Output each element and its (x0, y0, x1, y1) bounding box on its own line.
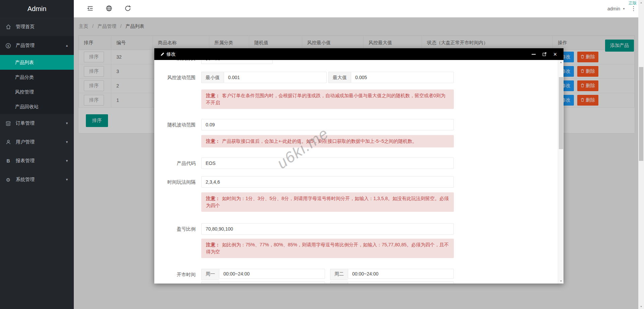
sidebar-item-product-recycle[interactable]: 产品回收站 (0, 99, 74, 114)
svg-text:$: $ (7, 44, 9, 48)
sidebar-item-label: 管理首页 (16, 24, 35, 30)
modal-body: 所属分类 风控波动范围 最小值 最大值 (154, 60, 564, 284)
field-label: 风控波动范围 (154, 72, 201, 83)
sidebar-item-label: 用户管理 (16, 139, 35, 145)
warning-note: 注意：客户订单在条件范围内时，会根据订单的涨或跌，自动减或加最小值与最大值之间的… (201, 89, 454, 109)
note-risk-range: 注意：客户订单在条件范围内时，会根据订单的涨或跌，自动减或加最小值与最大值之间的… (154, 89, 558, 109)
thursday-label: 周四 (330, 282, 348, 284)
sidebar-item-system[interactable]: ⚙ 系统管理 ▼ (0, 170, 74, 189)
chevron-down-icon: ▼ (65, 159, 68, 163)
form-row-time-play: 时间玩法间隔 (154, 176, 558, 188)
edit-product-modal: 修改 × 所属分类 风控波动范围 最小值 (154, 48, 564, 284)
wednesday-label: 周三 (201, 282, 219, 284)
warning-note: 注意：产品获取接口值后，会加上+-此处的值。如5，则在接口获取的数据中加上-5~… (201, 135, 454, 147)
tuesday-time-input[interactable] (348, 269, 454, 279)
random-range-input[interactable] (201, 119, 454, 130)
sidebar-item-label: 报表管理 (16, 158, 35, 164)
time-play-input[interactable] (201, 176, 454, 188)
chevron-down-icon: ▼ (65, 122, 68, 125)
sidebar-item-reports[interactable]: B 报表管理 ▼ (0, 151, 74, 170)
risk-min-input[interactable] (224, 72, 327, 83)
thursday-time-input[interactable] (348, 282, 454, 284)
edit-form: 所属分类 风控波动范围 最小值 最大值 (154, 60, 558, 284)
max-addon-label: 最大值 (328, 72, 351, 83)
chevron-up-icon: ▲ (65, 44, 68, 47)
form-row-market-time-2: 周三 周四 (154, 282, 558, 284)
collapse-menu-icon[interactable] (87, 5, 95, 13)
page-scrollbar-thumb[interactable] (639, 67, 643, 161)
refresh-icon[interactable] (124, 5, 132, 13)
sidebar-menu: 管理首页 $ 产品管理 ▲ 产品列表 产品分类 风控管理 产品回收站 订单管理 (0, 17, 74, 189)
risk-max-input[interactable] (351, 72, 454, 83)
scroll-down-arrow[interactable]: ▼ (558, 279, 564, 284)
minimize-button[interactable] (531, 52, 536, 57)
report-b-icon: B (5, 158, 11, 164)
wednesday-time-input[interactable] (219, 282, 325, 284)
field-label: 所属分类 (154, 60, 201, 64)
sidebar-item-product-list[interactable]: 产品列表 (0, 55, 74, 70)
pencil-icon (160, 52, 165, 56)
field-label: 时间玩法间隔 (154, 176, 201, 188)
user-menu[interactable]: admin ▼ (607, 0, 625, 17)
brand-title: Admin (0, 0, 74, 17)
modal-scrollbar-thumb[interactable] (559, 77, 563, 149)
dollar-circle-icon: $ (5, 43, 11, 49)
sidebar: Admin 管理首页 $ 产品管理 ▲ 产品列表 产品分类 风控管理 产品回收站 (0, 0, 74, 309)
monday-time-input[interactable] (219, 269, 325, 279)
topbar: admin ▼ ⋮ (74, 0, 644, 17)
sidebar-item-product-management[interactable]: $ 产品管理 ▲ (0, 36, 74, 55)
gear-icon: ⚙ (5, 177, 11, 183)
sidebar-item-users[interactable]: 用户管理 ▼ (0, 133, 74, 151)
product-code-input[interactable] (201, 158, 454, 169)
user-icon (5, 139, 11, 145)
license-badge: 正版 (629, 0, 637, 6)
monday-label: 周一 (201, 269, 219, 280)
form-row-profit-ratio: 盈亏比例 (154, 223, 558, 235)
sidebar-item-label: 订单管理 (16, 120, 35, 126)
sidebar-item-orders[interactable]: 订单管理 ▼ (0, 114, 74, 133)
sidebar-item-label: 系统管理 (16, 177, 35, 183)
scroll-up-arrow[interactable]: ▲ (558, 60, 564, 65)
home-icon (5, 24, 11, 30)
sidebar-item-risk-management[interactable]: 风控管理 (0, 84, 74, 99)
note-time-play: 注意：如时间为：1分、3分、5分、8分，则请用字母逗号将时间分开，如输入：1,3… (154, 192, 558, 212)
form-row-market-time-1: 开市时间 周一 周二 (154, 269, 558, 280)
chevron-down-icon: ▼ (65, 178, 68, 181)
sidebar-group-products: $ 产品管理 ▲ 产品列表 产品分类 风控管理 产品回收站 (0, 36, 74, 114)
sidebar-item-label: 产品管理 (16, 43, 35, 49)
note-profit-ratio: 注意：如比例为：75%、77%，80%、85%，则请用字母逗号将比例分开，如输入… (154, 239, 558, 258)
username: admin (607, 6, 620, 11)
field-label: 产品代码 (154, 158, 201, 169)
page-scrollbar: ▲ ▼ (638, 0, 644, 309)
form-row-random-range: 随机波动范围 (154, 119, 558, 130)
chevron-down-icon: ▼ (65, 140, 68, 144)
warning-note: 注意：如时间为：1分、3分、5分、8分，则请用字母逗号将时间分开，如输入：1,3… (201, 192, 454, 212)
profit-ratio-input[interactable] (201, 223, 454, 235)
close-icon[interactable]: × (553, 52, 557, 57)
tuesday-label: 周二 (330, 269, 348, 280)
modal-scrollbar: ▲ ▼ (558, 60, 564, 284)
maximize-button[interactable] (542, 52, 547, 57)
sidebar-item-dashboard[interactable]: 管理首页 (0, 17, 74, 36)
chevron-down-icon: ▼ (623, 7, 625, 10)
sidebar-item-product-category[interactable]: 产品分类 (0, 70, 74, 84)
form-row-category: 所属分类 (154, 60, 558, 64)
field-label: 盈亏比例 (154, 223, 201, 235)
scroll-up-arrow[interactable]: ▲ (638, 0, 644, 5)
modal-titlebar: 修改 × (154, 48, 564, 60)
modal-title: 修改 (160, 51, 525, 57)
field-label: 随机波动范围 (154, 119, 201, 130)
min-addon-label: 最小值 (201, 72, 224, 83)
products-submenu: 产品列表 产品分类 风控管理 产品回收站 (0, 55, 74, 114)
scroll-down-arrow[interactable]: ▼ (638, 304, 644, 309)
note-random-range: 注意：产品获取接口值后，会加上+-此处的值。如5，则在接口获取的数据中加上-5~… (154, 135, 558, 147)
globe-icon[interactable] (105, 5, 113, 13)
layers-icon (5, 121, 11, 126)
form-row-risk-range: 风控波动范围 最小值 最大值 (154, 72, 558, 83)
form-row-product-code: 产品代码 (154, 158, 558, 169)
category-input[interactable] (201, 60, 273, 64)
warning-note: 注意：如比例为：75%、77%，80%、85%，则请用字母逗号将比例分开，如输入… (201, 239, 454, 258)
field-label: 开市时间 (154, 269, 201, 280)
